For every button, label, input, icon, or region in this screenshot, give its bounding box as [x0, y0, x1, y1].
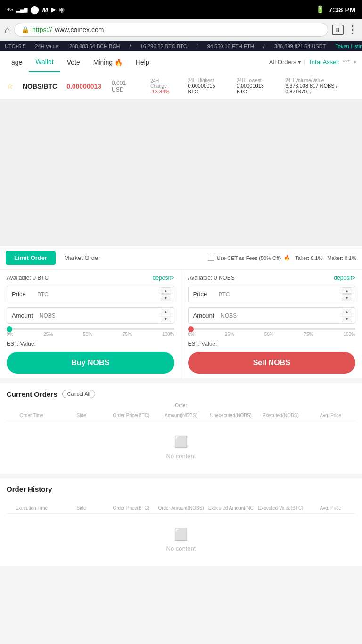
buy-price-down-arrow[interactable]: ▼ — [161, 294, 171, 301]
ticker-bar: UTC+5.5 24H value: 288,883.54 BCH BCH / … — [0, 41, 362, 51]
nav-right: All Orders ▾ | Total Asset: *** ✦ — [269, 59, 357, 66]
sell-price-arrows[interactable]: ▲ ▼ — [339, 286, 355, 302]
buy-slider-labels: 0% 25% 50% 75% 100% — [7, 332, 174, 337]
pair-lowest-stat: 24H Lowest 0.00000013 BTC — [237, 78, 271, 94]
pair-price-usd: 0.001 USD — [112, 80, 136, 93]
sell-slider-row[interactable]: 0% 25% 50% 75% 100% — [188, 328, 356, 337]
nav-item-mining[interactable]: Mining 🔥 — [87, 53, 129, 72]
sell-price-up-arrow[interactable]: ▲ — [342, 287, 352, 294]
ticker-usdt: 386,899,821.54 USDT — [274, 43, 326, 49]
nav-item-help[interactable]: Help — [129, 53, 156, 72]
status-bar: 4G ▂▄▆ ⬤ M ▶ ◉ 🔋 7:38 PM — [0, 0, 362, 19]
ticker-label: 24H value: — [35, 43, 60, 49]
network-icon: 4G — [7, 7, 14, 12]
buy-amount-input-row: Amount NOBS ▲ ▼ — [7, 307, 174, 324]
sell-column: Available: 0 NOBS deposit> Price BTC ▲ ▼… — [181, 270, 362, 378]
url-https: https:// — [32, 26, 52, 33]
pair-volume-stat: 24H Volume/Value 6,378,008.817 NOBS / 0.… — [285, 78, 355, 94]
sell-amount-down-arrow[interactable]: ▼ — [342, 316, 352, 322]
pair-highest-stat: 24H Highest 0.00000015 BTC — [188, 78, 222, 94]
sell-pct-75: 75% — [304, 332, 313, 337]
sell-slider-labels: 0% 25% 50% 75% 100% — [188, 332, 356, 337]
buy-column: Available: 0 BTC deposit> Price BTC ▲ ▼ … — [0, 270, 181, 378]
buy-amount-arrows[interactable]: ▲ ▼ — [158, 308, 174, 323]
buy-pct-25: 25% — [43, 332, 53, 337]
battery-icon: 🔋 — [316, 5, 325, 14]
buy-slider-row[interactable]: 0% 25% 50% 75% 100% — [7, 328, 174, 337]
cet-checkbox[interactable] — [208, 255, 214, 261]
current-orders-empty: ⬜ No content — [7, 421, 355, 474]
sell-slider-thumb[interactable] — [188, 326, 194, 332]
sell-available-row: Available: 0 NOBS deposit> — [188, 275, 356, 281]
status-right: 🔋 7:38 PM — [316, 5, 355, 14]
col-amount: Amount(NOBS) — [156, 413, 206, 418]
cancel-all-button[interactable]: Cancel All — [62, 390, 96, 398]
total-asset-value: *** — [343, 59, 350, 66]
hist-col-avg-price: Avg. Price — [305, 505, 355, 510]
ticker-separator2: / — [197, 43, 198, 49]
sell-pct-50: 50% — [264, 332, 274, 337]
nav-item-vote[interactable]: Vote — [60, 53, 87, 72]
sell-nobs-button[interactable]: Sell NOBS — [188, 352, 356, 374]
sell-est-value: EST. Value: — [188, 341, 356, 347]
current-orders-columns: Order Time Side Order Price(BTC) Amount(… — [7, 410, 355, 421]
buy-amount-down-arrow[interactable]: ▼ — [161, 316, 171, 322]
sell-price-down-arrow[interactable]: ▼ — [342, 294, 352, 301]
buy-slider-thumb[interactable] — [7, 326, 12, 332]
pair-volume-value: 6,378,008.817 NOBS / 0.871670... — [285, 83, 355, 94]
order-sub-header: Order — [7, 403, 355, 408]
col-side: Side — [57, 413, 107, 418]
nav-bar: age Wallet Vote Mining 🔥 Help All Orders… — [0, 51, 362, 73]
buy-available-row: Available: 0 BTC deposit> — [7, 275, 174, 281]
cet-fire-icon: 🔥 — [284, 255, 290, 261]
market-order-tab[interactable]: Market Order — [56, 251, 109, 265]
sell-pct-0: 0% — [188, 332, 195, 337]
buy-pct-0: 0% — [7, 332, 13, 337]
sell-amount-input-row: Amount NOBS ▲ ▼ — [188, 307, 356, 324]
history-no-content-icon: ⬜ — [174, 528, 188, 541]
col-unexecuted: Unexecuted(NOBS) — [206, 413, 256, 418]
sell-slider-track[interactable] — [188, 328, 356, 330]
pair-change-stat: 24H Change -13.34% — [150, 78, 174, 94]
pair-highest-value: 0.00000015 BTC — [188, 83, 222, 94]
buy-est-value: EST. Value: — [7, 341, 174, 347]
pair-favorite-icon[interactable]: ☆ — [7, 82, 13, 91]
url-bar[interactable]: 🔒 https:// www.coinex.com — [14, 23, 328, 37]
sell-amount-up-arrow[interactable]: ▲ — [342, 309, 352, 315]
buy-amount-label: Amount — [7, 308, 38, 323]
buy-price-arrows[interactable]: ▲ ▼ — [158, 286, 174, 302]
buy-nobs-button[interactable]: Buy NOBS — [7, 352, 174, 374]
pair-name[interactable]: NOBS/BTC — [23, 83, 57, 90]
sell-deposit-link[interactable]: deposit> — [334, 275, 355, 281]
ticker-separator3: / — [263, 43, 265, 49]
order-history-header: Order History — [7, 485, 355, 498]
tab-count[interactable]: 8 — [332, 25, 344, 35]
cet-fee-label: Use CET as Fees (50% Off) — [217, 255, 281, 261]
more-options-icon[interactable]: ⋮ — [347, 24, 357, 36]
home-icon[interactable]: ⌂ — [5, 25, 10, 35]
all-orders-btn[interactable]: All Orders ▾ — [269, 59, 301, 66]
buy-price-label: Price — [7, 287, 35, 301]
sell-amount-arrows[interactable]: ▲ ▼ — [339, 308, 355, 323]
status-left: 4G ▂▄▆ ⬤ M ▶ ◉ — [7, 5, 65, 15]
buy-deposit-link[interactable]: deposit> — [153, 275, 174, 281]
current-orders-header: Current Orders Cancel All — [7, 390, 355, 398]
order-history-section: Order History Execution Time Side Order … — [0, 478, 362, 566]
hist-col-exec-time: Execution Time — [7, 505, 57, 510]
buy-price-up-arrow[interactable]: ▲ — [161, 287, 171, 294]
buy-slider-track[interactable] — [7, 328, 174, 330]
nav-arrow-icon: ✦ — [353, 59, 357, 66]
whatsapp-icon: ⬤ — [30, 5, 39, 15]
nav-item-age[interactable]: age — [5, 53, 29, 72]
nav-item-wallet[interactable]: Wallet — [29, 52, 60, 72]
hist-col-exec-amount: Executed Amount(NC — [206, 505, 256, 510]
order-section: Limit Order Market Order Use CET as Fees… — [0, 246, 362, 378]
pair-row: ☆ NOBS/BTC 0.00000013 0.001 USD 24H Chan… — [0, 73, 362, 100]
pair-lowest-value: 0.00000013 BTC — [237, 83, 271, 94]
buy-amount-up-arrow[interactable]: ▲ — [161, 309, 171, 315]
pair-change-value: -13.34% — [150, 89, 170, 94]
pair-price: 0.00000013 — [66, 83, 101, 90]
ticker-token-listing[interactable]: Token Listing — [335, 43, 362, 49]
limit-order-tab[interactable]: Limit Order — [6, 251, 56, 265]
buy-pct-75: 75% — [123, 332, 132, 337]
